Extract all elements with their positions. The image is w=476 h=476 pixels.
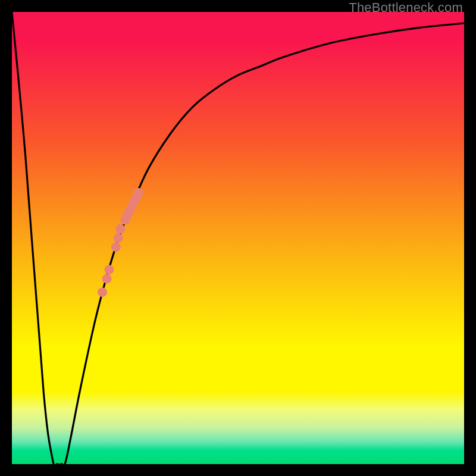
curve-layer: [12, 12, 464, 464]
highlight-dot: [114, 233, 123, 243]
highlight-dot: [102, 274, 112, 283]
highlight-dot: [115, 224, 125, 234]
bottleneck-curve: [12, 12, 464, 464]
highlight-dot: [104, 265, 114, 274]
watermark-text: TheBottleneck.com: [349, 0, 463, 15]
highlight-dot: [98, 287, 107, 297]
highlight-dot: [134, 188, 143, 198]
highlight-dot: [111, 242, 121, 252]
plot-area: [12, 12, 464, 464]
chart-frame: TheBottleneck.com: [0, 0, 476, 476]
highlight-cluster: [98, 188, 143, 297]
